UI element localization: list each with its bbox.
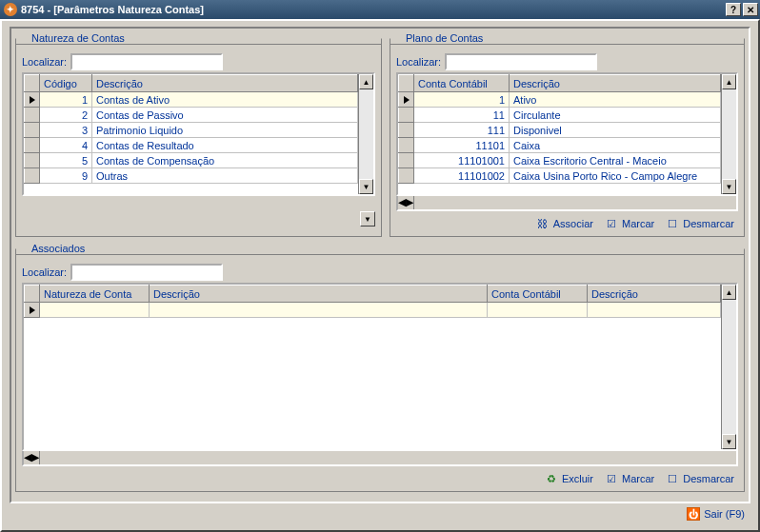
scroll-right-icon[interactable]: ▶ xyxy=(406,196,413,209)
table-row[interactable]: 9Outras xyxy=(25,168,358,184)
scroll-down-icon[interactable]: ▼ xyxy=(722,434,736,449)
plano-legend: Plano de Contas xyxy=(402,32,487,44)
natureza-col-descricao[interactable]: Descrição xyxy=(92,75,358,92)
excluir-label: Excluir xyxy=(562,473,593,484)
plano-localizar-input[interactable] xyxy=(445,53,597,70)
natureza-legend: Natureza de Contas xyxy=(28,32,129,44)
titlebar: ✦ 8754 - [Parâmetros Natureza Contas] ? … xyxy=(0,0,760,19)
corner-cell xyxy=(399,75,414,92)
table-row[interactable] xyxy=(25,303,721,318)
power-icon: ⏻ xyxy=(687,507,700,521)
scroll-down-icon[interactable]: ▼ xyxy=(722,179,736,194)
scroll-left-icon[interactable]: ◀ xyxy=(24,451,31,464)
assoc-col-natureza[interactable]: Natureza de Conta xyxy=(40,286,150,303)
main-frame: Natureza de Contas Localizar: Código Des… xyxy=(10,27,750,503)
marcar-label: Marcar xyxy=(622,218,654,229)
natureza-grid[interactable]: Código Descrição 1Contas de Ativo2Contas… xyxy=(22,72,375,196)
marcar-button[interactable]: ☑ Marcar xyxy=(605,217,654,230)
plano-col-descricao[interactable]: Descrição xyxy=(510,75,721,92)
table-row[interactable]: 4Contas de Resultado xyxy=(25,138,358,153)
delete-icon: ♻ xyxy=(545,472,558,485)
uncheck-icon: ☐ xyxy=(666,217,679,230)
corner-cell xyxy=(25,286,40,303)
assoc-hscroll[interactable]: ◀ ▶ xyxy=(22,451,738,466)
table-row[interactable]: 1Ativo xyxy=(399,92,721,108)
row-pointer-icon xyxy=(30,306,35,314)
sair-button[interactable]: ⏻ Sair (F9) xyxy=(687,507,745,521)
natureza-groupbox: Natureza de Contas Localizar: Código Des… xyxy=(15,32,382,237)
close-button[interactable]: ✕ xyxy=(743,3,758,16)
client-area: Natureza de Contas Localizar: Código Des… xyxy=(0,19,760,532)
assoc-localizar-label: Localizar: xyxy=(22,266,67,278)
window-title: 8754 - [Parâmetros Natureza Contas] xyxy=(21,4,724,15)
table-row[interactable]: 111Disponivel xyxy=(399,123,721,138)
marcar-label: Marcar xyxy=(622,473,654,484)
assoc-vscroll[interactable]: ▲ ▼ xyxy=(721,285,736,449)
plano-grid[interactable]: Conta Contábil Descrição 1Ativo11Circula… xyxy=(396,72,738,196)
check-icon: ☑ xyxy=(605,217,618,230)
plano-groupbox: Plano de Contas Localizar: Conta Contábi… xyxy=(390,32,745,237)
uncheck-icon: ☐ xyxy=(666,472,679,485)
plano-vscroll[interactable]: ▲ ▼ xyxy=(721,74,736,194)
sair-label: Sair (F9) xyxy=(704,508,745,520)
desmarcar-button[interactable]: ☐ Desmarcar xyxy=(666,472,734,485)
scroll-up-icon[interactable]: ▲ xyxy=(722,74,736,89)
desmarcar-label: Desmarcar xyxy=(683,218,734,229)
scroll-up-icon[interactable]: ▲ xyxy=(359,74,373,89)
assoc-col-desc1[interactable]: Descrição xyxy=(150,286,488,303)
marcar-button[interactable]: ☑ Marcar xyxy=(605,472,654,485)
natureza-vscroll[interactable]: ▲ ▼ xyxy=(358,74,373,194)
assoc-grid[interactable]: Natureza de Conta Descrição Conta Contáb… xyxy=(22,283,738,451)
natureza-scroll-down-extra[interactable]: ▼ xyxy=(360,211,375,227)
table-row[interactable]: 11101002Caixa Usina Porto Rico - Campo A… xyxy=(399,168,721,184)
scroll-up-icon[interactable]: ▲ xyxy=(722,285,736,300)
help-button[interactable]: ? xyxy=(726,3,741,16)
scroll-down-icon[interactable]: ▼ xyxy=(359,179,373,194)
natureza-localizar-input[interactable] xyxy=(70,53,223,70)
associados-legend: Associados xyxy=(28,243,89,254)
table-row[interactable]: 11101001Caixa Escritorio Central - Macei… xyxy=(399,153,721,168)
scroll-right-icon[interactable]: ▶ xyxy=(31,451,39,464)
assoc-localizar-input[interactable] xyxy=(70,264,223,281)
table-row[interactable]: 5Contas de Compensação xyxy=(25,153,358,168)
corner-cell xyxy=(25,75,40,92)
link-icon: ⛓ xyxy=(536,217,550,230)
natureza-col-codigo[interactable]: Código xyxy=(40,75,92,92)
plano-col-conta[interactable]: Conta Contábil xyxy=(414,75,510,92)
associados-groupbox: Associados Localizar: Natureza de Conta … xyxy=(15,243,745,492)
table-row[interactable]: 2Contas de Passivo xyxy=(25,108,358,123)
table-row[interactable]: 3Patrimonio Liquido xyxy=(25,123,358,138)
table-row[interactable]: 1Contas de Ativo xyxy=(25,92,358,108)
plano-hscroll[interactable]: ◀ ▶ xyxy=(396,196,738,211)
check-icon: ☑ xyxy=(605,472,618,485)
desmarcar-button[interactable]: ☐ Desmarcar xyxy=(666,217,734,230)
row-pointer-icon xyxy=(404,96,410,104)
app-icon: ✦ xyxy=(4,3,17,16)
plano-localizar-label: Localizar: xyxy=(396,56,441,68)
natureza-localizar-label: Localizar: xyxy=(22,56,67,68)
table-row[interactable]: 11Circulante xyxy=(399,108,721,123)
associar-label: Associar xyxy=(553,218,593,229)
row-pointer-icon xyxy=(30,96,35,104)
scroll-left-icon[interactable]: ◀ xyxy=(398,196,406,209)
assoc-col-desc2[interactable]: Descrição xyxy=(588,286,721,303)
associar-button[interactable]: ⛓ Associar xyxy=(536,217,593,230)
excluir-button[interactable]: ♻ Excluir xyxy=(545,472,593,485)
assoc-col-conta[interactable]: Conta Contábil xyxy=(488,286,588,303)
table-row[interactable]: 11101Caixa xyxy=(399,138,721,153)
desmarcar-label: Desmarcar xyxy=(683,473,734,484)
